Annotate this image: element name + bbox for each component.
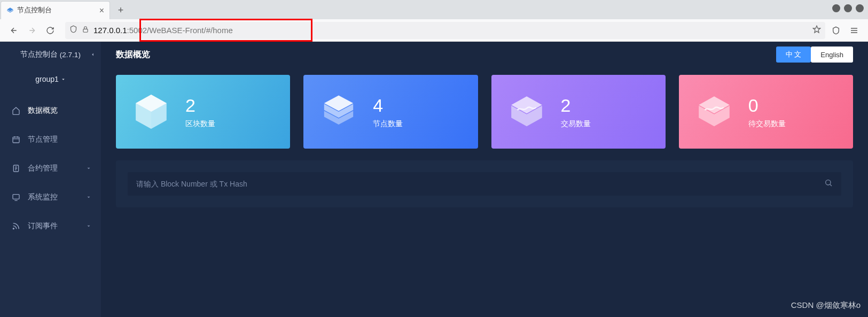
clipboard-icon <box>12 164 20 173</box>
window-min-button[interactable] <box>832 4 840 12</box>
tab-strip: 节点控制台 × + <box>0 0 868 19</box>
card-blocks[interactable]: 2 区块数量 <box>116 75 290 149</box>
stat-cards: 2 区块数量 4 节点数量 <box>116 75 853 149</box>
server-icon <box>317 90 360 133</box>
card-label: 节点数量 <box>373 119 403 129</box>
url-bar: 127.0.0.1:5002/WeBASE-Front/#/home <box>0 19 868 42</box>
svg-point-5 <box>826 180 831 185</box>
lang-en-button[interactable]: English <box>811 47 853 63</box>
layers-icon <box>6 7 14 14</box>
card-value: 4 <box>373 95 403 116</box>
group-label: group1 <box>35 75 59 83</box>
sidebar-item-overview[interactable]: 数据概览 <box>0 96 101 125</box>
card-pending[interactable]: 0 待交易数量 <box>679 75 853 149</box>
window-max-button[interactable] <box>844 4 852 12</box>
card-label: 待交易数量 <box>748 119 786 129</box>
svg-point-4 <box>13 228 14 229</box>
reload-button[interactable] <box>43 23 58 38</box>
app-version: (2.7.1) <box>60 51 81 59</box>
sidebar-item-label: 订阅事件 <box>28 221 58 231</box>
lang-cn-button[interactable]: 中 文 <box>776 47 811 63</box>
lock-icon <box>82 26 89 35</box>
rss-icon <box>12 222 20 230</box>
app-root: 节点控制台 (2.7.1) group1 数据概览 节点管理 合约管理 <box>0 42 868 317</box>
app-name: 节点控制台 <box>20 50 58 59</box>
svg-rect-3 <box>13 195 19 199</box>
sidebar-item-subscribe[interactable]: 订阅事件 <box>0 212 101 241</box>
chevron-down-icon <box>86 193 91 202</box>
cube-icon <box>130 90 173 133</box>
tab-title: 节点控制台 <box>17 6 96 15</box>
calendar-icon <box>12 135 20 144</box>
chevron-down-icon <box>86 222 91 230</box>
search-panel <box>116 160 853 207</box>
language-switch: 中 文 English <box>776 47 853 63</box>
address-bar[interactable]: 127.0.0.1:5002/WeBASE-Front/#/home <box>65 22 825 39</box>
new-tab-button[interactable]: + <box>113 3 128 18</box>
card-tx[interactable]: 2 交易数量 <box>491 75 666 149</box>
browser-tab[interactable]: 节点控制台 × <box>1 1 110 19</box>
search-box <box>128 172 841 196</box>
card-value: 0 <box>748 95 786 116</box>
svg-rect-0 <box>83 29 88 32</box>
card-label: 交易数量 <box>561 119 591 129</box>
menu-icon[interactable] <box>847 23 862 38</box>
main: 数据概览 中 文 English 2 区块数量 <box>101 42 868 317</box>
sidebar-item-contracts[interactable]: 合约管理 <box>0 154 101 183</box>
card-value: 2 <box>185 95 215 116</box>
page-title: 数据概览 <box>116 49 776 60</box>
sidebar-item-label: 数据概览 <box>28 106 58 115</box>
pending-icon <box>693 90 736 133</box>
shield-ext-icon[interactable] <box>828 23 843 38</box>
search-icon[interactable] <box>824 179 833 189</box>
chevron-down-icon <box>86 164 91 173</box>
svg-rect-1 <box>13 137 19 143</box>
sidebar-item-monitor[interactable]: 系统监控 <box>0 183 101 212</box>
window-controls <box>832 4 864 12</box>
chart-icon <box>505 90 548 133</box>
sidebar: 节点控制台 (2.7.1) group1 数据概览 节点管理 合约管理 <box>0 42 101 317</box>
close-icon[interactable]: × <box>99 7 104 14</box>
sidebar-item-label: 节点管理 <box>28 135 58 144</box>
sidebar-item-label: 合约管理 <box>28 164 58 173</box>
back-button[interactable] <box>6 23 21 38</box>
monitor-icon <box>12 193 20 202</box>
sidebar-item-label: 系统监控 <box>28 192 58 202</box>
window-close-button[interactable] <box>856 4 864 12</box>
content: 2 区块数量 4 节点数量 <box>101 67 868 222</box>
sidebar-item-nodes[interactable]: 节点管理 <box>0 125 101 154</box>
sidebar-header: 节点控制台 (2.7.1) <box>0 42 101 67</box>
home-icon <box>12 106 20 115</box>
shield-icon <box>69 25 77 35</box>
top-bar: 数据概览 中 文 English <box>101 42 868 67</box>
collapse-icon[interactable] <box>90 51 96 59</box>
card-value: 2 <box>561 95 591 116</box>
card-nodes[interactable]: 4 节点数量 <box>303 75 478 149</box>
chevron-down-icon <box>61 77 66 82</box>
bookmark-icon[interactable] <box>812 25 821 36</box>
group-select[interactable]: group1 <box>0 67 101 91</box>
url-text: 127.0.0.1:5002/WeBASE-Front/#/home <box>93 26 808 35</box>
card-label: 区块数量 <box>185 119 215 129</box>
search-input[interactable] <box>136 180 818 188</box>
forward-button[interactable] <box>25 23 40 38</box>
